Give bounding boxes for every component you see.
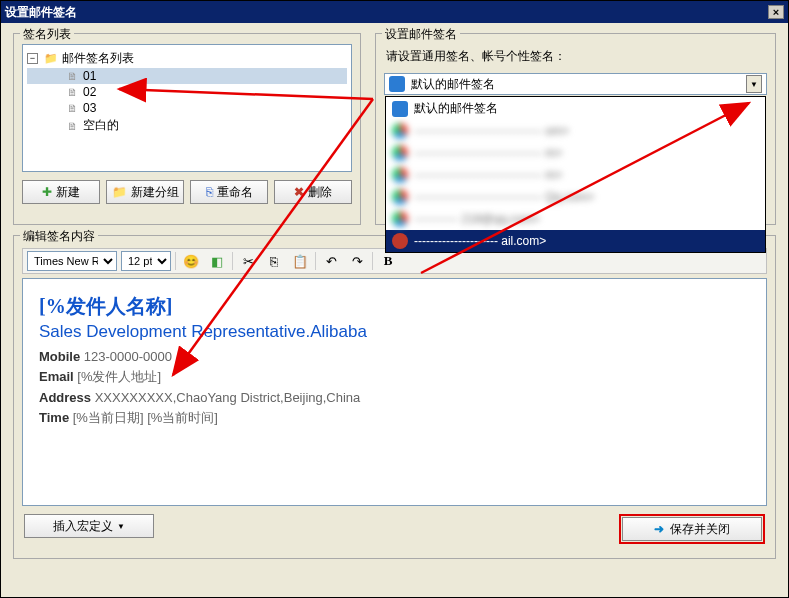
edit-signature-label: 编辑签名内容 [20, 228, 98, 245]
sig-mobile-line: Mobile 123-0000-0000 [39, 349, 750, 364]
folder-icon: 📁 [44, 52, 58, 66]
tree-item[interactable]: 🗎03 [27, 100, 347, 116]
set-signature-group: 设置邮件签名 请设置通用签名、帐号个性签名： 默认的邮件签名 ▼ 默认的邮件签名… [375, 33, 776, 225]
avatar-icon [389, 76, 405, 92]
insert-macro-button[interactable]: 插入宏定义 ▼ [24, 514, 154, 538]
titlebar: 设置邮件签名 × [1, 1, 788, 23]
avatar-icon [392, 233, 408, 249]
avatar-icon [392, 211, 408, 227]
separator [315, 252, 316, 270]
font-family-select[interactable]: Times New Ro [27, 251, 117, 271]
button-row: ✚新建 📁新建分组 ⎘重命名 ✖删除 [22, 180, 352, 204]
dialog-window: 设置邮件签名 × 签名列表 − 📁 邮件签名列表 🗎01🗎02🗎03🗎空白的 ✚… [0, 0, 789, 598]
rename-button[interactable]: ⎘重命名 [190, 180, 268, 204]
delete-button[interactable]: ✖删除 [274, 180, 352, 204]
separator [232, 252, 233, 270]
signature-list-group: 签名列表 − 📁 邮件签名列表 🗎01🗎02🗎03🗎空白的 ✚新建 📁新建分组 … [13, 33, 361, 225]
signature-list-label: 签名列表 [20, 26, 74, 43]
top-row: 签名列表 − 📁 邮件签名列表 🗎01🗎02🗎03🗎空白的 ✚新建 📁新建分组 … [13, 33, 776, 225]
document-icon: 🗎 [65, 69, 79, 83]
chevron-down-icon: ▼ [117, 522, 125, 531]
undo-icon[interactable]: ↶ [320, 250, 342, 272]
separator [175, 252, 176, 270]
dropdown-item[interactable]: -------------------------------- m> [386, 142, 765, 164]
stationery-icon[interactable]: ◧ [206, 250, 228, 272]
editor-bottom-row: 插入宏定义 ▼ ➜ 保存并关闭 [22, 514, 767, 544]
sig-email-line: Email [%发件人地址] [39, 368, 750, 386]
bold-icon[interactable]: B [377, 250, 399, 272]
paste-icon[interactable]: 📋 [289, 250, 311, 272]
signature-select-value: 默认的邮件签名 [411, 76, 495, 93]
plus-icon: ✚ [42, 185, 52, 199]
new-group-button[interactable]: 📁新建分组 [106, 180, 184, 204]
dropdown-item[interactable]: ----------- 218@qq.com> [386, 208, 765, 230]
tree-item[interactable]: 🗎02 [27, 84, 347, 100]
dropdown-item[interactable]: 默认的邮件签名 [386, 97, 765, 120]
save-arrow-icon: ➜ [654, 522, 664, 536]
signature-editor[interactable]: [%发件人名称] Sales Development Representativ… [22, 278, 767, 506]
dropdown-item[interactable]: --------------------- ail.com> [386, 230, 765, 252]
help-text: 请设置通用签名、帐号个性签名： [386, 48, 767, 65]
set-signature-label: 设置邮件签名 [382, 26, 460, 43]
dropdown-item[interactable]: -------------------------------- m> [386, 164, 765, 186]
tree-item[interactable]: 🗎空白的 [27, 116, 347, 135]
save-close-button[interactable]: ➜ 保存并关闭 [622, 517, 762, 541]
rename-icon: ⎘ [206, 185, 213, 199]
tree-root[interactable]: − 📁 邮件签名列表 [27, 49, 347, 68]
document-icon: 🗎 [65, 101, 79, 115]
redo-icon[interactable]: ↷ [346, 250, 368, 272]
content-area: 签名列表 − 📁 邮件签名列表 🗎01🗎02🗎03🗎空白的 ✚新建 📁新建分组 … [1, 23, 788, 597]
signature-tree[interactable]: − 📁 邮件签名列表 🗎01🗎02🗎03🗎空白的 [22, 44, 352, 172]
document-icon: 🗎 [65, 85, 79, 99]
cut-icon[interactable]: ✂ [237, 250, 259, 272]
avatar-icon [392, 101, 408, 117]
dropdown-item[interactable]: -------------------------------- Qq.com> [386, 186, 765, 208]
edit-signature-group: 编辑签名内容 Times New Ro 12 pt 😊 ◧ ✂ ⎘ 📋 ↶ ↷ … [13, 235, 776, 559]
dropdown-item[interactable]: -------------------------------- om> [386, 120, 765, 142]
copy-icon[interactable]: ⎘ [263, 250, 285, 272]
sig-name-template: [%发件人名称] [39, 293, 750, 320]
new-button[interactable]: ✚新建 [22, 180, 100, 204]
collapse-icon[interactable]: − [27, 53, 38, 64]
emoji-icon[interactable]: 😊 [180, 250, 202, 272]
avatar-icon [392, 189, 408, 205]
window-title: 设置邮件签名 [5, 4, 77, 21]
tree-root-label: 邮件签名列表 [62, 50, 134, 67]
avatar-icon [392, 167, 408, 183]
sig-time-line: Time [%当前日期] [%当前时间] [39, 409, 750, 427]
separator [372, 252, 373, 270]
delete-icon: ✖ [294, 185, 304, 199]
font-size-select[interactable]: 12 pt [121, 251, 171, 271]
folder-plus-icon: 📁 [112, 185, 127, 199]
document-icon: 🗎 [65, 119, 79, 133]
sig-title: Sales Development Representative.Alibaba [39, 322, 750, 342]
save-highlight: ➜ 保存并关闭 [619, 514, 765, 544]
chevron-down-icon[interactable]: ▼ [746, 75, 762, 93]
sig-address-line: Address XXXXXXXXX,ChaoYang District,Beij… [39, 390, 750, 405]
signature-dropdown-list[interactable]: 默认的邮件签名-------------------------------- … [385, 96, 766, 253]
avatar-icon [392, 123, 408, 139]
close-icon[interactable]: × [768, 5, 784, 19]
avatar-icon [392, 145, 408, 161]
signature-select[interactable]: 默认的邮件签名 ▼ 默认的邮件签名-----------------------… [384, 73, 767, 95]
tree-item[interactable]: 🗎01 [27, 68, 347, 84]
